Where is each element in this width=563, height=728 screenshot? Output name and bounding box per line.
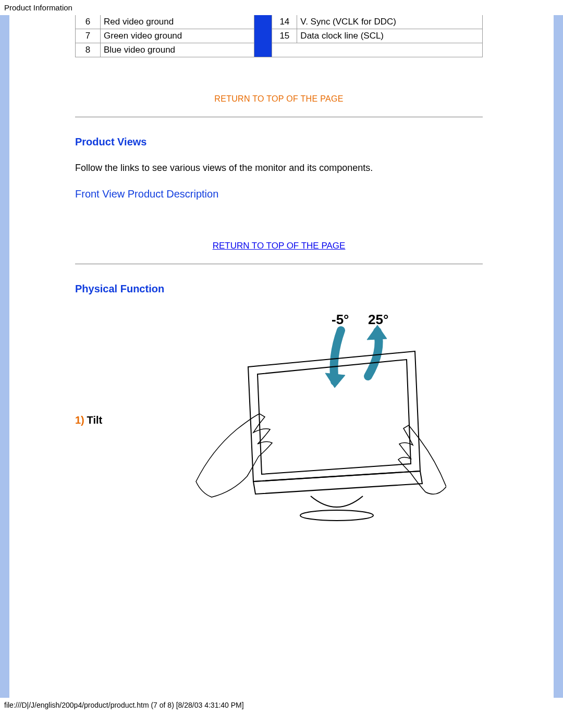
pin-number: 6 xyxy=(76,15,101,29)
product-views-heading: Product Views xyxy=(75,136,483,148)
pin-number: 7 xyxy=(76,29,101,43)
tilt-label: 1) Tilt xyxy=(75,414,132,426)
section-divider xyxy=(75,117,483,117)
pin-desc: Red video ground xyxy=(101,15,254,29)
tilt-figure: -5° 25° xyxy=(139,310,483,531)
return-to-top-container: RETURN TO TOP OF THE PAGE xyxy=(75,94,483,104)
tilt-row: 1) Tilt -5° 25° xyxy=(75,310,483,531)
svg-point-5 xyxy=(300,510,373,521)
svg-marker-0 xyxy=(325,373,345,388)
table-row: 6 Red video ground 14 V. Sync (VCLK for … xyxy=(76,15,483,29)
tilt-text: Tilt xyxy=(87,414,103,426)
tilt-illustration: -5° 25° xyxy=(175,310,446,528)
pin-desc: Data clock line (SCL) xyxy=(297,29,483,43)
pin-number: 15 xyxy=(272,29,297,43)
tilt-arrow-right xyxy=(367,325,387,376)
page-content: 6 Red video ground 14 V. Sync (VCLK for … xyxy=(18,15,545,531)
svg-marker-1 xyxy=(367,325,387,340)
table-row: 8 Blue video ground xyxy=(76,43,483,57)
pin-number: 8 xyxy=(76,43,101,57)
footer-file-path: file:///D|/J/english/200p4/product/produ… xyxy=(0,698,563,713)
front-view-link[interactable]: Front View Product Description xyxy=(75,188,218,200)
pin-table-divider xyxy=(254,15,272,57)
return-to-top-container: RETURN TO TOP OF THE PAGE xyxy=(75,241,483,251)
tilt-angle-min: -5° xyxy=(332,312,349,327)
pin-desc: Blue video ground xyxy=(101,43,254,57)
table-row: 7 Green video ground 15 Data clock line … xyxy=(76,29,483,43)
pin-cell-empty xyxy=(272,43,483,57)
tilt-angle-max: 25° xyxy=(368,312,388,327)
page-header: Product Information xyxy=(0,0,563,15)
pin-desc: V. Sync (VCLK for DDC) xyxy=(297,15,483,29)
physical-function-heading: Physical Function xyxy=(75,283,483,295)
tilt-number: 1) xyxy=(75,414,84,426)
page-title: Product Information xyxy=(4,3,72,12)
page-content-frame: 6 Red video ground 14 V. Sync (VCLK for … xyxy=(0,15,563,698)
pin-desc: Green video ground xyxy=(101,29,254,43)
return-to-top-link[interactable]: RETURN TO TOP OF THE PAGE xyxy=(214,94,343,103)
svg-marker-4 xyxy=(253,471,422,494)
section-divider xyxy=(75,264,483,264)
product-views-body: Follow the links to see various views of… xyxy=(75,163,483,174)
return-to-top-link[interactable]: RETURN TO TOP OF THE PAGE xyxy=(213,241,346,251)
pin-number: 14 xyxy=(272,15,297,29)
pin-assignment-table: 6 Red video ground 14 V. Sync (VCLK for … xyxy=(75,15,483,57)
